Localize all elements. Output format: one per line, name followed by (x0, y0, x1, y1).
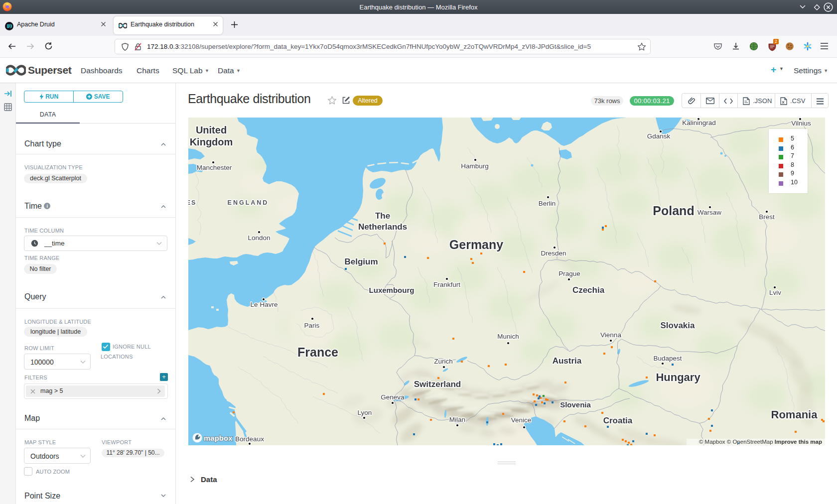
svg-text:Vilnius: Vilnius (791, 120, 811, 127)
svg-text:Bordeaux: Bordeaux (235, 435, 264, 443)
svg-text:Lyon: Lyon (358, 409, 372, 416)
svg-text:mapbox: mapbox (204, 434, 233, 442)
svg-text:Frankfurt: Frankfurt (433, 281, 460, 288)
svg-text:Le Havre: Le Havre (251, 301, 278, 308)
svg-text:ENGLAND: ENGLAND (228, 199, 269, 206)
svg-text:Venice: Venice (511, 416, 532, 424)
svg-text:© Mapbox © OpenStreetMap Impro: © Mapbox © OpenStreetMap Improve this ma… (699, 439, 822, 445)
svg-text:Gdansk: Gdansk (647, 132, 671, 140)
svg-text:Hamburg: Hamburg (461, 162, 489, 170)
svg-text:ES: ES (188, 199, 196, 206)
svg-text:The: The (375, 211, 390, 221)
svg-text:Paris: Paris (304, 322, 320, 329)
svg-text:Austria: Austria (553, 356, 582, 366)
svg-text:Croatia: Croatia (603, 416, 633, 425)
svg-text:Belgium: Belgium (344, 257, 378, 266)
svg-text:Milan: Milan (449, 416, 465, 423)
svg-text:Brest: Brest (759, 213, 775, 221)
svg-text:Slovenia: Slovenia (560, 400, 591, 409)
svg-text:Kingdom: Kingdom (190, 136, 233, 147)
svg-text:Romania: Romania (771, 408, 818, 421)
svg-text:Berlin: Berlin (539, 200, 556, 207)
svg-text:Prague: Prague (558, 270, 580, 277)
svg-text:Manchester: Manchester (197, 164, 232, 171)
svg-text:Netherlands: Netherlands (358, 222, 407, 232)
svg-text:London: London (248, 234, 270, 242)
svg-text:Kaliningrad: Kaliningrad (682, 119, 716, 126)
svg-text:Hungary: Hungary (656, 371, 700, 383)
svg-text:Slovakia: Slovakia (661, 321, 696, 330)
svg-text:Dresden: Dresden (541, 250, 566, 257)
svg-text:Budapest: Budapest (653, 355, 682, 362)
svg-text:Zurich: Zurich (434, 358, 453, 365)
svg-text:United: United (196, 125, 227, 135)
svg-text:Vienna: Vienna (600, 331, 621, 339)
svg-text:Poland: Poland (653, 204, 694, 218)
svg-text:Czechia: Czechia (572, 285, 605, 295)
svg-text:Geneva: Geneva (381, 393, 405, 401)
svg-text:Lviv: Lviv (769, 289, 781, 296)
svg-text:Warsaw: Warsaw (698, 209, 722, 216)
svg-text:Switzerland: Switzerland (414, 379, 461, 389)
svg-text:Luxembourg: Luxembourg (369, 286, 415, 294)
svg-text:Munich: Munich (497, 333, 519, 340)
svg-text:Germany: Germany (449, 238, 503, 252)
svg-text:France: France (297, 345, 338, 359)
